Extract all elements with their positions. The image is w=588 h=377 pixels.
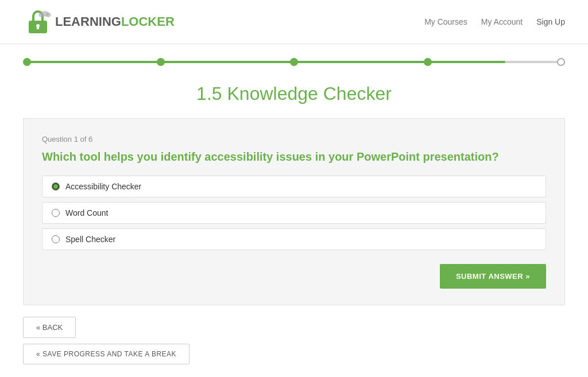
nav-my-account[interactable]: My Account	[481, 17, 523, 26]
svg-point-5	[38, 13, 44, 17]
progress-dot-3	[290, 58, 298, 66]
question-text: Which tool helps you identify accessibil…	[42, 149, 546, 164]
nav-my-courses[interactable]: My Courses	[424, 17, 467, 26]
answer-radio-2[interactable]	[52, 209, 60, 217]
answer-label-2[interactable]: Word Count	[65, 208, 108, 217]
save-progress-button[interactable]: « SAVE PROGRESS AND TAKE A BREAK	[23, 344, 189, 364]
progress-dot-4	[424, 58, 432, 66]
submit-button[interactable]: SUBMIT ANSWER »	[440, 264, 546, 289]
header: LEARNINGLOCKER My Courses My Account Sig…	[0, 0, 588, 44]
logo: LEARNINGLOCKER	[23, 7, 175, 37]
answer-option-2[interactable]: Word Count	[42, 202, 546, 224]
progress-dots	[23, 58, 565, 66]
logo-icon	[23, 7, 53, 37]
answer-radio-3[interactable]	[52, 235, 60, 243]
quiz-card: Question 1 of 6 Which tool helps you ide…	[23, 118, 565, 305]
svg-rect-2	[37, 26, 39, 29]
logo-text: LEARNINGLOCKER	[55, 14, 175, 29]
svg-point-4	[45, 13, 51, 17]
answer-option-3[interactable]: Spell Checker	[42, 228, 546, 250]
bottom-buttons: « BACK « SAVE PROGRESS AND TAKE A BREAK	[23, 317, 565, 364]
answer-label-3[interactable]: Spell Checker	[65, 235, 115, 244]
progress-dot-2	[157, 58, 165, 66]
answer-radio-1[interactable]	[52, 182, 60, 191]
nav: My Courses My Account Sign Up	[424, 17, 565, 26]
question-label: Question 1 of 6	[42, 135, 546, 143]
progress-dot-1	[23, 58, 31, 66]
back-button[interactable]: « BACK	[23, 317, 76, 338]
answer-option-1[interactable]: Accessibility Checker	[42, 176, 546, 197]
progress-dot-5	[557, 58, 565, 66]
progress-track	[23, 58, 565, 66]
progress-section	[0, 44, 588, 72]
submit-row: SUBMIT ANSWER »	[42, 264, 546, 289]
page-title: 1.5 Knowledge Checker	[0, 83, 588, 104]
nav-sign-up[interactable]: Sign Up	[536, 17, 565, 26]
answer-label-1[interactable]: Accessibility Checker	[65, 182, 141, 191]
